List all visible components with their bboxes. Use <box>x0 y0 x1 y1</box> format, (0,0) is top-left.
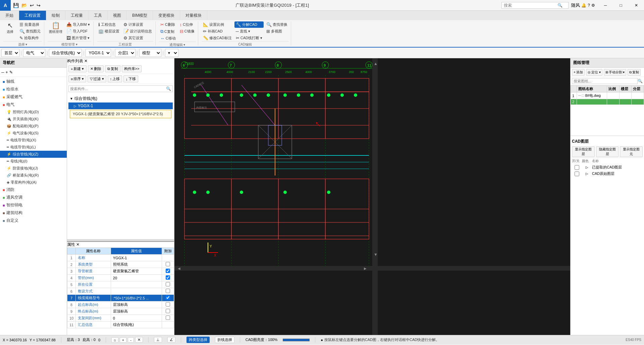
row3-value[interactable]: 硬质聚氯乙烯管 <box>111 268 162 275</box>
row3-checkbox[interactable] <box>166 269 170 273</box>
close-comp-panel-btn[interactable]: ✕ <box>84 59 88 63</box>
pick-component-btn[interactable]: ✎ 拾取构件 <box>18 35 42 41</box>
qa-open[interactable]: 📂 <box>20 3 28 8</box>
nav-drain[interactable]: ■ 给排水 <box>0 85 67 93</box>
close-button[interactable]: ✕ <box>629 0 644 11</box>
nav-gas[interactable]: ■ 采暖燃气 <box>0 93 67 101</box>
nav-bridge[interactable]: 🔗 桥架通头(电)(R) <box>0 172 67 179</box>
row9-checkbox[interactable] <box>166 309 170 313</box>
maximize-button[interactable]: □ <box>613 0 629 11</box>
tree-yggx1[interactable]: ▷ YGGX-1 <box>68 102 173 109</box>
layer1-expand[interactable]: ▷ <box>586 165 588 169</box>
user-avatar[interactable]: 随风 <box>571 2 580 8</box>
tree-zhgx[interactable]: ▼ 综合管线(电) <box>68 95 173 102</box>
cad-canvas-area[interactable]: 71800 6 7 8 9 11 4000 4000 2100 2200 250… <box>174 58 570 335</box>
sort-btn[interactable]: ≡ 排序 ▾ <box>68 75 86 82</box>
layer2-expand[interactable]: ▷ <box>586 172 588 176</box>
tab-change[interactable]: 变更模块 <box>153 11 180 20</box>
modify-cad-label-btn[interactable]: 📏 修改CAD标注 <box>202 35 233 41</box>
nav-zero[interactable]: ◈ 零星构件(电)(A) <box>0 179 67 186</box>
polyline-icon-btn[interactable]: ∠ <box>167 337 175 343</box>
find-replace-btn[interactable]: 🔍 查找替换 <box>265 21 289 28</box>
tab-draw[interactable]: 工程设置 <box>19 11 46 20</box>
prop-row-1[interactable]: 1 名称 YGGX-1 <box>67 255 174 261</box>
tab-tools[interactable]: 工具 <box>89 11 108 20</box>
extra-select[interactable]: ▾ <box>165 49 178 57</box>
c-delete-btn[interactable]: ✂ C删除 <box>159 21 177 28</box>
nav-smart[interactable]: ■ 智控弱电 <box>0 201 67 209</box>
drawing-row-2[interactable]: 2 <box>571 99 644 105</box>
nav-fire[interactable]: ■ 消防 <box>0 186 67 194</box>
nav-axis[interactable]: ■ 轴线 <box>0 78 67 85</box>
row8-value[interactable]: 层顶标高 <box>111 301 162 308</box>
row2-value[interactable]: 照明系统 <box>111 261 162 268</box>
bell-icon[interactable]: 🔔 <box>581 3 586 8</box>
comp-search-box[interactable]: 🔍 <box>68 85 173 92</box>
row6-check[interactable] <box>162 288 174 295</box>
nav-struct[interactable]: ■ 建筑结构 <box>0 209 67 217</box>
pic-manage-btn[interactable]: 🖼 图片管理 ▾ <box>65 35 91 41</box>
row8-check[interactable] <box>162 301 174 308</box>
close-view-btn[interactable]: ✕ <box>135 337 143 343</box>
filter-btn[interactable]: ▽ 过滤 ▾ <box>88 75 106 82</box>
find-element-btn[interactable]: 🔍 查找图元 <box>18 28 42 34</box>
tab-bim[interactable]: BIM模型 <box>127 11 153 20</box>
rp-copy-btn[interactable]: ⧉ 复制 <box>628 69 641 76</box>
rp-locate-btn[interactable]: ◎ 定位 ▾ <box>586 69 602 76</box>
nav-conduit[interactable]: ━ 电线导管(电)(X) <box>0 137 67 144</box>
nav-light[interactable]: 💡 照明灯具(电)(D) <box>0 109 67 116</box>
supplement-cad-btn[interactable]: ✏ 补画CAD <box>202 28 233 34</box>
system-select[interactable]: 综合管线(电) 照明系统 <box>49 49 82 57</box>
comp-search-icon[interactable]: 🔍 <box>166 86 171 91</box>
row4-check[interactable] <box>162 275 174 281</box>
qa-undo[interactable]: ↩ <box>29 3 35 8</box>
tab-view[interactable]: 视图 <box>108 11 127 20</box>
prop-row-5[interactable]: 5 所在位置 <box>67 281 174 288</box>
up-btn[interactable]: ↑ 上移 <box>108 75 122 82</box>
prop-row-7[interactable]: 7 线缆规格型号 :*50+1*16/BV-2*2.5 ... <box>67 295 174 301</box>
search-icon[interactable]: 🔍 <box>557 3 562 8</box>
search-area[interactable]: 🔍 <box>501 2 569 9</box>
props-scroll[interactable]: 属性名称 属性值 附加 1 名称 YGGX-1 2 <box>67 248 174 335</box>
row9-check[interactable] <box>162 308 174 315</box>
drawing-table-area[interactable]: 图纸名称 比例 楼层 分层 1 ─ □ 8#电.dwg <box>571 85 644 136</box>
tab-start[interactable]: 开始 <box>0 11 19 20</box>
layer1-toggle[interactable] <box>575 165 579 170</box>
row11-value[interactable]: 综合管线(电) <box>111 322 162 328</box>
row10-checkbox[interactable] <box>166 316 170 320</box>
prop-row-6[interactable]: 6 敷设方式 <box>67 288 174 295</box>
settings-icon[interactable]: ⚙ <box>591 3 595 8</box>
c-copy-btn[interactable]: ⧉ C复制 <box>159 28 177 35</box>
row6-checkbox[interactable] <box>166 289 170 293</box>
delete-component-btn[interactable]: ✕ 删除 <box>88 65 104 72</box>
floor-settings-btn[interactable]: 🏢 楼层设置 <box>97 28 121 34</box>
calc-settings-btn[interactable]: ⚙ 计算设置 <box>122 21 153 28</box>
nav-view-btn[interactable]: ⌂ <box>111 337 118 343</box>
row4-value[interactable]: 20 <box>111 275 162 281</box>
row9-value[interactable]: 层顶标高 <box>111 308 162 315</box>
nav-edit-icon[interactable]: ✎ <box>9 70 13 75</box>
row3-check[interactable] <box>162 268 174 275</box>
comp-search-input[interactable] <box>70 87 166 91</box>
polyline-select-btn[interactable]: 折线选择 <box>215 337 234 343</box>
row6-value[interactable] <box>111 288 162 295</box>
nav-hvac[interactable]: ■ 通风空调 <box>0 194 67 201</box>
multi-view-btn[interactable]: ⊞ 多视图 <box>265 28 289 34</box>
zoom-out-btn[interactable]: - <box>128 337 134 343</box>
show-element-btn[interactable]: 显示指定图元 <box>620 146 643 157</box>
split-cad-btn[interactable]: 🔧 分解CAD <box>234 21 264 28</box>
close-props-btn[interactable]: ✕ <box>76 242 79 247</box>
comp-lib-btn[interactable]: 构件库>> <box>122 65 142 72</box>
nav-switch[interactable]: 🔌 开关插座(电)(K) <box>0 116 67 123</box>
eng-info-btn[interactable]: ℹ 工程信息 <box>97 21 121 28</box>
row5-value[interactable] <box>111 281 162 288</box>
row8-checkbox[interactable] <box>166 302 170 306</box>
row5-checkbox[interactable] <box>166 282 170 286</box>
design-info-btn[interactable]: 📝 设计说明信息 <box>122 28 153 34</box>
discipline-select[interactable]: 电气 给排水 消防 <box>23 49 45 57</box>
snap-icon-btn[interactable]: ⊥ <box>154 337 162 343</box>
prop-row-8[interactable]: 8 起点标高(m) 层顶标高 <box>67 301 174 308</box>
nav-cabinet[interactable]: 📦 配电箱柜(电)(P) <box>0 123 67 130</box>
nav-cable-cond[interactable]: ━ 电缆导管(电)(L) <box>0 144 67 151</box>
nav-equip[interactable]: ⚡ 电气设备(电)(S) <box>0 130 67 137</box>
